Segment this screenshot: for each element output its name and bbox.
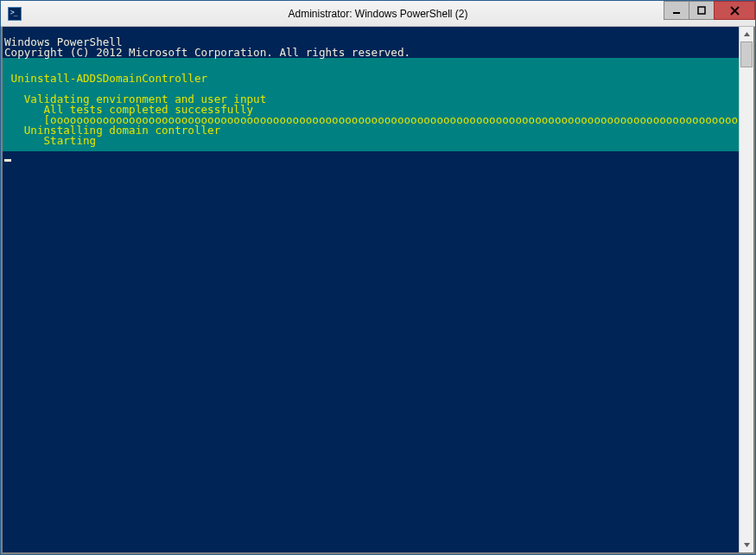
text-cursor (4, 159, 11, 162)
window-title: Administrator: Windows PowerShell (2) (288, 8, 467, 20)
minimize-button[interactable] (664, 1, 689, 20)
scroll-up-button[interactable] (740, 27, 753, 41)
console-area: Windows PowerShellCopyright (C) 2012 Mic… (1, 27, 755, 554)
progress-uninstall-label: Uninstalling domain controller (3, 125, 739, 136)
powershell-icon (8, 7, 22, 21)
close-button[interactable] (714, 1, 755, 20)
vertical-scrollbar[interactable] (739, 27, 753, 552)
scroll-down-button[interactable] (740, 538, 753, 552)
progress-command: Uninstall-ADDSDomainController (3, 73, 739, 84)
console-header-line: Copyright (C) 2012 Microsoft Corporation… (3, 48, 739, 58)
svg-rect-0 (673, 12, 680, 14)
progress-block: Uninstall-ADDSDomainController Validatin… (3, 58, 739, 151)
powershell-window: Administrator: Windows PowerShell (2) Wi… (0, 0, 756, 555)
maximize-button[interactable] (689, 1, 715, 20)
window-controls (664, 1, 755, 20)
titlebar[interactable]: Administrator: Windows PowerShell (2) (1, 1, 755, 27)
svg-rect-1 (698, 7, 705, 14)
progress-uninstall-status: Starting (3, 136, 739, 146)
scroll-thumb[interactable] (740, 41, 753, 67)
console-output[interactable]: Windows PowerShellCopyright (C) 2012 Mic… (3, 27, 739, 552)
